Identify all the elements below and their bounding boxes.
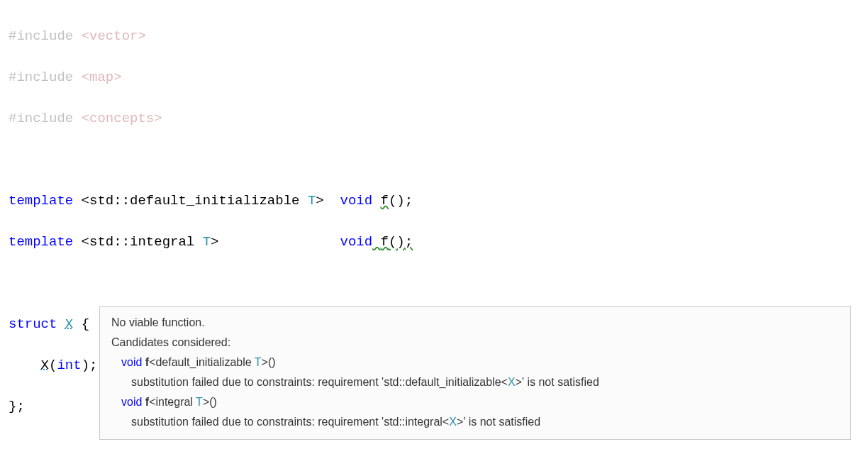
code-line — [9, 273, 859, 294]
include-directive: #include — [9, 70, 73, 85]
include-target: <map> — [82, 70, 122, 85]
concept-name: std::integral — [89, 234, 203, 250]
code-line — [9, 438, 859, 458]
code-line: #include <map> — [9, 67, 859, 88]
tooltip-reason: substitution failed due to constraints: … — [111, 372, 839, 392]
include-directive: #include — [9, 28, 73, 44]
template-param: T — [308, 193, 316, 209]
tooltip-header: No viable function. — [111, 313, 839, 333]
func-decl-f: f — [381, 234, 389, 250]
tooltip-reason: substitution failed due to constraints: … — [111, 412, 839, 432]
template-param: T — [203, 234, 211, 250]
concept-name: std::default_initializable — [89, 193, 308, 209]
keyword-void: void — [340, 193, 373, 209]
keyword-template: template — [9, 234, 73, 250]
error-tooltip: No viable function. Candidates considere… — [99, 306, 851, 440]
tooltip-candidate: void f<default_initializable T>() — [111, 353, 839, 372]
include-directive: #include — [9, 111, 73, 126]
tooltip-candidate: void f<integral T>() — [111, 392, 839, 412]
include-target: <vector> — [82, 28, 146, 44]
code-line: #include <concepts> — [9, 109, 859, 129]
struct-name: X — [65, 316, 73, 332]
keyword-void: void — [340, 234, 373, 250]
code-line: #include <vector> — [9, 26, 859, 47]
code-line: template <std::default_initializable T> … — [9, 191, 859, 211]
code-line: template <std::integral T> void f(); — [9, 232, 859, 253]
tooltip-subheader: Candidates considered: — [111, 333, 839, 353]
include-target: <concepts> — [82, 111, 162, 126]
keyword-int: int — [57, 358, 81, 373]
ctor-name: X — [41, 358, 49, 373]
func-decl-f: f — [381, 193, 389, 209]
keyword-template: template — [9, 193, 73, 209]
keyword-struct: struct — [9, 316, 57, 332]
code-line — [9, 150, 859, 170]
